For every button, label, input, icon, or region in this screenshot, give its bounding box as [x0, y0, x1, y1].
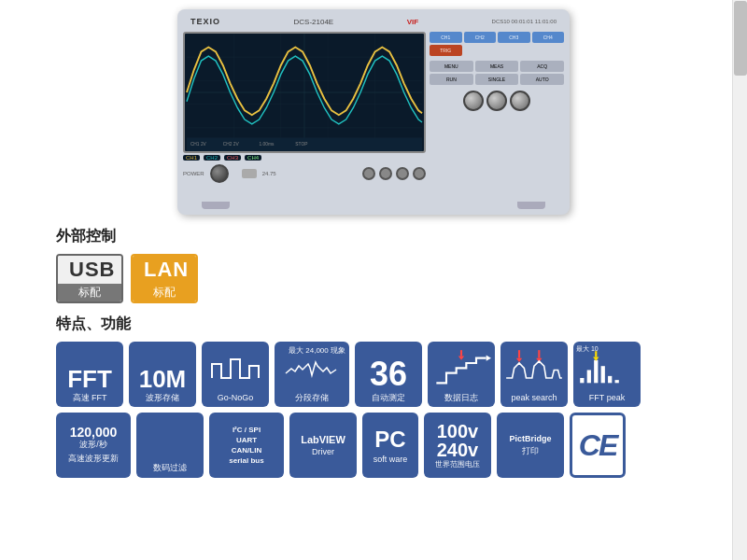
osc-voltage-label: 24.75 — [262, 171, 276, 176]
oscilloscope-image: TEXIO DCS-2104E VIF DCS10 00:01:01 11:01… — [0, 0, 747, 219]
svg-marker-16 — [486, 356, 491, 361]
feature-datalog-sub: 数据日志 — [444, 393, 478, 403]
feature-120k: 120,000 波形/秒 高速波形更新 — [56, 413, 131, 478]
feature-labview-sub: Driver — [312, 447, 334, 456]
badge-usb-title: USB — [58, 256, 121, 284]
osc-knobs-row — [430, 91, 564, 111]
feature-pictbridge: PictBridge 打印 — [497, 413, 564, 478]
features-title: 特点、功能 — [56, 315, 691, 334]
feature-gonogo-sub: Go-NoGo — [218, 393, 254, 403]
scrollbar-thumb[interactable] — [734, 1, 747, 76]
features-row-2: 120,000 波形/秒 高速波形更新 数码过滤 I²C / SPIUARTCA… — [56, 413, 691, 478]
osc-trigger-btn[interactable]: TRIG — [430, 45, 462, 56]
feature-fft-main: FFT — [67, 367, 112, 391]
feature-gonogo-icon — [205, 345, 265, 391]
svg-marker-30 — [593, 357, 599, 361]
feature-120k-sub: 高速波形更新 — [68, 453, 119, 465]
svg-marker-20 — [516, 358, 522, 362]
badge-usb-sub: 标配 — [58, 284, 121, 301]
badge-usb: USB 标配 — [56, 254, 123, 303]
feature-pictbridge-sub: 打印 — [522, 445, 539, 457]
feature-10m: 10M 波形存储 — [129, 342, 196, 407]
badge-lan-title: LAN — [133, 256, 196, 284]
osc-foot-left — [202, 202, 230, 209]
osc-screen-svg: CH1 2V CH2 2V 1.00ms STOP — [185, 34, 424, 151]
datalog-svg — [431, 348, 491, 388]
features-row-1: FFT 高速 FFT 10M 波形存储 Go-NoGo 最大 24,000 现象 — [56, 342, 691, 407]
osc-meas-btn[interactable]: MEAS — [475, 61, 519, 72]
feature-fft: FFT 高速 FFT — [56, 342, 123, 407]
osc-auto-btn[interactable]: AUTO — [520, 74, 564, 85]
external-control-title: 外部控制 — [56, 227, 691, 246]
osc-ch2-label: CH2 — [204, 155, 220, 161]
osc-ch1-btn[interactable]: CH1 — [430, 32, 462, 43]
osc-btn-grid-top: CH1 CH2 CH3 CH4 TRIG — [430, 32, 564, 56]
osc-top-bar: TEXIO DCS-2104E VIF DCS10 00:01:01 11:01… — [183, 15, 564, 28]
feature-voltage: 100v240v 世界范围电压 — [424, 413, 491, 478]
page-wrapper: TEXIO DCS-2104E VIF DCS10 00:01:01 11:01… — [0, 0, 747, 560]
badges-row: USB 标配 LAN 标配 — [56, 254, 691, 303]
feature-pictbridge-text: PictBridge — [509, 434, 551, 443]
feature-voltage-sub: 世界范围电压 — [435, 459, 480, 469]
osc-bnc-1 — [362, 167, 375, 180]
osc-acq-btn[interactable]: ACQ — [520, 61, 564, 72]
osc-usb-port — [242, 169, 257, 178]
feature-digitalfilter-sub: 数码过滤 — [153, 462, 187, 474]
badge-lan-sub: 标配 — [133, 284, 196, 301]
feature-peaksearch-icon — [504, 345, 564, 391]
osc-feet — [202, 202, 544, 209]
osc-ch4-label: CH4 — [245, 155, 261, 161]
feature-labview-text: LabVIEW — [301, 434, 345, 445]
feature-fftpeak: 最大 10 FFT peak — [573, 342, 641, 407]
osc-ch2-btn[interactable]: CH2 — [464, 32, 497, 43]
osc-ch3-label: CH3 — [224, 155, 241, 161]
osc-right-controls: CH1 CH2 CH3 CH4 TRIG MENU MEAS ACQ RUN S… — [430, 32, 564, 200]
osc-run-btn[interactable]: RUN — [430, 74, 473, 85]
feature-pc-text: PC — [374, 427, 405, 453]
feature-120k-main: 120,000 — [70, 426, 118, 439]
osc-bottom-connectors: POWER 24.75 — [183, 164, 426, 183]
feature-36-sub: 自动测定 — [372, 393, 405, 403]
svg-text:1.00ms: 1.00ms — [260, 142, 275, 147]
osc-ch1-label: CH1 — [183, 155, 200, 161]
feature-i2c-text: I²C / SPIUARTCAN/LINserial bus — [229, 425, 263, 467]
feature-pc-sub: soft ware — [374, 455, 408, 464]
osc-model: DCS-2104E — [294, 18, 334, 26]
feature-i2c: I²C / SPIUARTCAN/LINserial bus — [209, 413, 284, 478]
osc-ch4-btn[interactable]: CH4 — [532, 32, 565, 43]
osc-power-knob — [210, 164, 229, 183]
segment-svg — [284, 355, 340, 383]
feature-fftpeak-sub: FFT peak — [589, 393, 625, 403]
osc-ch3-btn[interactable]: CH3 — [498, 32, 530, 43]
osc-knob-1[interactable] — [463, 91, 484, 111]
osc-body: CH1 2V CH2 2V 1.00ms STOP CH1 CH2 CH3 CH… — [183, 32, 564, 200]
osc-bnc-2 — [379, 167, 392, 180]
osc-menu-btn[interactable]: MENU — [430, 61, 473, 72]
feature-labview: LabVIEW Driver — [289, 413, 357, 478]
osc-bnc-3 — [396, 167, 409, 180]
osc-power-label: POWER — [183, 171, 204, 176]
osc-screen-area: CH1 2V CH2 2V 1.00ms STOP CH1 CH2 CH3 CH… — [183, 32, 426, 200]
osc-knob-3[interactable] — [510, 91, 530, 111]
feature-digitalfilter: 数码过滤 — [136, 413, 204, 478]
osc-bnc-4 — [413, 167, 426, 180]
feature-pc: PC soft ware — [362, 413, 418, 478]
osc-logo: VIF — [407, 18, 418, 26]
feature-segment-top: 最大 24,000 现象 — [289, 345, 345, 356]
osc-brand: TEXIO — [190, 17, 220, 26]
feature-36-main: 36 — [370, 357, 407, 391]
osc-serial: DCS10 00:01:01 11:01:00 — [492, 19, 557, 24]
feature-datalog-icon — [431, 345, 491, 391]
feature-ce: CE — [570, 413, 626, 478]
feature-fft-sub: 高速 FFT — [73, 393, 107, 403]
osc-single-btn[interactable]: SINGLE — [475, 74, 519, 85]
badge-lan: LAN 标配 — [131, 254, 198, 303]
osc-knob-2[interactable] — [486, 91, 507, 111]
svg-text:STOP: STOP — [295, 142, 307, 147]
fftpeak-svg — [577, 348, 637, 388]
osc-btn-grid-mid: MENU MEAS ACQ RUN SINGLE AUTO — [430, 61, 564, 85]
osc-foot-right — [517, 202, 545, 209]
peaksearch-svg — [504, 348, 564, 388]
scrollbar[interactable] — [732, 0, 747, 560]
feature-segment: 最大 24,000 现象 分段存储 — [275, 342, 349, 407]
